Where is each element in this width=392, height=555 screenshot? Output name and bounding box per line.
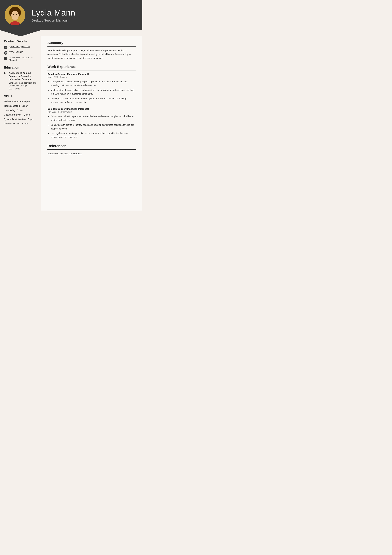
- contact-section: Contact Details ✉ lydiamann@gmail.com ☎ …: [4, 40, 37, 61]
- phone-value: (290) 295 5566: [9, 51, 23, 53]
- references-text: References available upon request: [47, 152, 136, 156]
- avatar-image: [5, 5, 25, 25]
- skill-item-5: System Administration - Expert: [4, 118, 37, 120]
- email-value[interactable]: lydiamann@gmail.com: [9, 45, 30, 48]
- contact-section-title: Contact Details: [4, 40, 37, 43]
- summary-text: Experienced Desktop Support Manager with…: [47, 49, 136, 60]
- job-1-bullet-2: Implemented effective policies and proce…: [51, 88, 136, 96]
- edu-years: 2017 - 2021: [9, 88, 37, 90]
- phone-icon: ☎: [4, 51, 7, 55]
- skill-item-2: Troubleshooting - Expert: [4, 105, 37, 107]
- skill-item-1: Technical Support - Expert: [4, 100, 37, 103]
- summary-section: Summary Experienced Desktop Support Mana…: [47, 41, 136, 60]
- address-value: Botsfordside, 72020-5778, Missouri: [9, 57, 37, 61]
- svg-point-8: [10, 7, 15, 11]
- sidebar: Contact Details ✉ lydiamann@gmail.com ☎ …: [0, 37, 41, 211]
- skill-item-6: Problem Solving - Expert: [4, 122, 37, 125]
- job-2: Desktop Support Manager, Microsoft May 2…: [47, 108, 136, 139]
- education-item: Associate of Applied Science in Computer…: [4, 72, 37, 90]
- skill-item-3: Networking - Expert: [4, 109, 37, 112]
- job-2-bullet-1: Collaborated with IT department to troub…: [51, 115, 136, 122]
- job-2-bullet-3: Led regular team meetings to discuss cus…: [51, 131, 136, 139]
- edu-content-block: Associate of Applied Science in Computer…: [7, 72, 37, 90]
- svg-point-7: [14, 15, 15, 17]
- svg-point-6: [16, 14, 17, 15]
- skill-item-4: Customer Service - Expert: [4, 114, 37, 116]
- education-section-title: Education: [4, 66, 37, 69]
- work-experience-title: Work Experience: [47, 65, 136, 70]
- skills-section: Skills Technical Support - Expert Troubl…: [4, 94, 37, 125]
- edu-school: Cincinnati State Technical and Community…: [9, 81, 37, 87]
- job-1-dates: March 2023 - Present: [47, 76, 136, 78]
- edu-bullet-icon: [4, 72, 6, 74]
- svg-point-9: [15, 7, 19, 10]
- svg-point-5: [13, 14, 14, 15]
- contact-email-item: ✉ lydiamann@gmail.com: [4, 45, 37, 49]
- candidate-title: Desktop Support Manager: [32, 19, 75, 22]
- references-section: References References available upon req…: [47, 144, 136, 156]
- education-section: Education Associate of Applied Science i…: [4, 66, 37, 90]
- job-1-bullets: Managed and oversaw desktop support oper…: [47, 80, 136, 104]
- header-decoration: [0, 30, 142, 37]
- work-experience-section: Work Experience Desktop Support Manager,…: [47, 65, 136, 139]
- job-1: Desktop Support Manager, Microsoft March…: [47, 73, 136, 104]
- avatar: [5, 5, 25, 25]
- job-1-title: Desktop Support Manager, Microsoft: [47, 73, 136, 75]
- location-icon: ⊙: [4, 57, 7, 60]
- main-layout: Contact Details ✉ lydiamann@gmail.com ☎ …: [0, 37, 142, 211]
- job-2-title: Desktop Support Manager, Microsoft: [47, 108, 136, 110]
- diamond-shape: [0, 30, 41, 37]
- main-content: Summary Experienced Desktop Support Mana…: [41, 37, 142, 211]
- job-1-bullet-1: Managed and oversaw desktop support oper…: [51, 80, 136, 87]
- job-2-bullet-2: Consulted with clients to identify needs…: [51, 123, 136, 131]
- candidate-name: Lydia Mann: [32, 8, 75, 17]
- references-title: References: [47, 144, 136, 150]
- header-section: Lydia Mann Desktop Support Manager: [0, 0, 142, 30]
- job-2-bullets: Collaborated with IT department to troub…: [47, 115, 136, 139]
- job-2-dates: May 2021 - February 2023: [47, 111, 136, 113]
- header-text-block: Lydia Mann Desktop Support Manager: [32, 8, 75, 22]
- skills-section-title: Skills: [4, 94, 37, 98]
- edu-degree: Associate of Applied Science in Computer…: [9, 72, 37, 81]
- contact-address-item: ⊙ Botsfordside, 72020-5778, Missouri: [4, 57, 37, 61]
- summary-title: Summary: [47, 41, 136, 47]
- job-1-bullet-3: Developed an inventory management system…: [51, 97, 136, 104]
- email-icon: ✉: [4, 46, 7, 49]
- contact-phone-item: ☎ (290) 295 5566: [4, 51, 37, 55]
